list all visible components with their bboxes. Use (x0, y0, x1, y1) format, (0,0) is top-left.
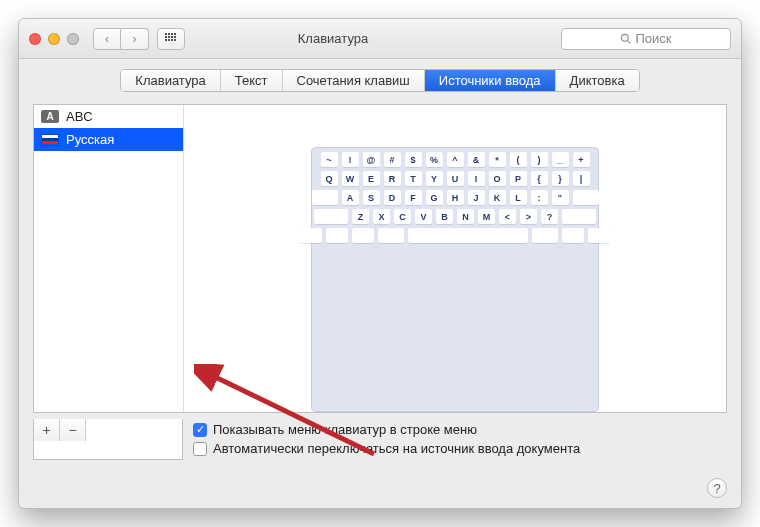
key (408, 228, 528, 243)
key: Q (321, 171, 338, 186)
tab-segmented-control: КлавиатураТекстСочетания клавишИсточники… (120, 69, 639, 92)
tab-1[interactable]: Текст (221, 70, 283, 91)
key: | (573, 171, 590, 186)
key: > (520, 209, 537, 224)
keyboard-row (316, 228, 594, 243)
input-source-row[interactable]: AABC (34, 105, 183, 128)
titlebar: ‹ › Клавиатура Поиск (19, 19, 741, 59)
key: * (489, 152, 506, 167)
input-sources-list[interactable]: AABCРусская (34, 105, 184, 412)
key: J (468, 190, 485, 205)
key: K (489, 190, 506, 205)
keyboard-row: ASDFGHJKL:" (316, 190, 594, 205)
minimize-window-button[interactable] (48, 33, 60, 45)
key: ? (541, 209, 558, 224)
key: ~ (321, 152, 338, 167)
keyboard-row: ZXCVBNM<>? (316, 209, 594, 224)
key: A (342, 190, 359, 205)
key: D (384, 190, 401, 205)
add-remove-bar: + − (33, 419, 183, 460)
svg-point-0 (622, 34, 629, 41)
key: T (405, 171, 422, 186)
svg-line-1 (628, 41, 631, 44)
key: P (510, 171, 527, 186)
key (312, 190, 338, 205)
key: _ (552, 152, 569, 167)
input-source-label: Русская (66, 132, 114, 147)
key: + (573, 152, 590, 167)
tab-3[interactable]: Источники ввода (425, 70, 556, 91)
key (532, 228, 558, 243)
tabbar: КлавиатураТекстСочетания клавишИсточники… (19, 59, 741, 104)
key: I (468, 171, 485, 186)
keyboard-preview: ~!@#$%^&*()_+QWERTYUIOP{}|ASDFGHJKL:"ZXC… (311, 147, 599, 412)
key (326, 228, 348, 243)
help-button[interactable]: ? (707, 478, 727, 498)
key: ( (510, 152, 527, 167)
key: ) (531, 152, 548, 167)
show-input-menu-label: Показывать меню клавиатур в строке меню (213, 422, 477, 437)
key (300, 228, 322, 243)
below-panel: + − Показывать меню клавиатур в строке м… (33, 413, 727, 460)
key: E (363, 171, 380, 186)
options: Показывать меню клавиатур в строке меню … (183, 419, 580, 460)
key: H (447, 190, 464, 205)
key: Z (352, 209, 369, 224)
key: ^ (447, 152, 464, 167)
key: % (426, 152, 443, 167)
footer: ? (19, 474, 741, 508)
key: G (426, 190, 443, 205)
close-window-button[interactable] (29, 33, 41, 45)
abc-layout-icon: A (41, 110, 59, 123)
key (352, 228, 374, 243)
key: U (447, 171, 464, 186)
key: $ (405, 152, 422, 167)
tab-4[interactable]: Диктовка (556, 70, 639, 91)
search-field[interactable]: Поиск (561, 28, 731, 50)
key: O (489, 171, 506, 186)
key: } (552, 171, 569, 186)
zoom-window-button (67, 33, 79, 45)
show-input-menu-checkbox[interactable] (193, 423, 207, 437)
tab-0[interactable]: Клавиатура (121, 70, 220, 91)
main-panel: AABCРусская ~!@#$%^&*()_+QWERTYUIOP{}|AS… (33, 104, 727, 413)
key: @ (363, 152, 380, 167)
window-title: Клавиатура (113, 31, 553, 46)
key (573, 190, 599, 205)
key: V (415, 209, 432, 224)
add-source-button[interactable]: + (34, 419, 60, 441)
key (562, 228, 584, 243)
input-source-row[interactable]: Русская (34, 128, 183, 151)
keyboard-row: ~!@#$%^&*()_+ (316, 152, 594, 167)
search-placeholder: Поиск (635, 31, 671, 46)
auto-switch-checkbox[interactable] (193, 442, 207, 456)
layout-preview: ~!@#$%^&*()_+QWERTYUIOP{}|ASDFGHJKL:"ZXC… (184, 105, 726, 412)
key: " (552, 190, 569, 205)
auto-switch-label: Автоматически переключаться на источник … (213, 441, 580, 456)
key: : (531, 190, 548, 205)
tab-2[interactable]: Сочетания клавиш (283, 70, 425, 91)
key: F (405, 190, 422, 205)
key: < (499, 209, 516, 224)
key: # (384, 152, 401, 167)
input-source-label: ABC (66, 109, 93, 124)
key (378, 228, 404, 243)
auto-switch-row[interactable]: Автоматически переключаться на источник … (193, 441, 580, 456)
key: N (457, 209, 474, 224)
key (562, 209, 596, 224)
russian-flag-icon (41, 134, 59, 146)
show-input-menu-row[interactable]: Показывать меню клавиатур в строке меню (193, 422, 580, 437)
key: L (510, 190, 527, 205)
key: C (394, 209, 411, 224)
key: S (363, 190, 380, 205)
preferences-window: ‹ › Клавиатура Поиск КлавиатураТекстСоче… (18, 18, 742, 509)
key: Y (426, 171, 443, 186)
key: B (436, 209, 453, 224)
key: X (373, 209, 390, 224)
body: AABCРусская ~!@#$%^&*()_+QWERTYUIOP{}|AS… (19, 104, 741, 474)
key: & (468, 152, 485, 167)
search-icon (620, 33, 631, 44)
remove-source-button[interactable]: − (60, 419, 86, 441)
key (588, 228, 610, 243)
key: ! (342, 152, 359, 167)
